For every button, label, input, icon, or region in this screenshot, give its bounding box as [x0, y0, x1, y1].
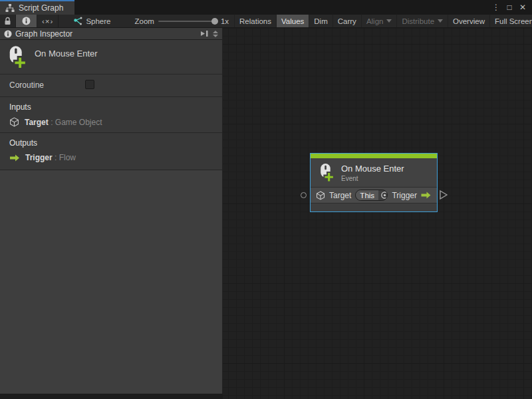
node-footer: [311, 203, 437, 211]
coroutine-checkbox[interactable]: [85, 80, 94, 89]
output-port-row: Trigger : Flow: [9, 153, 222, 162]
panel-bottom-edge: [0, 394, 223, 399]
inputs-section: Inputs Target : Game Object: [0, 97, 222, 133]
arrow-up-icon: [213, 31, 218, 33]
panel-scrubber[interactable]: [213, 31, 218, 37]
graph-object-group[interactable]: Sphere: [59, 15, 117, 27]
inspector-toggle-button[interactable]: [16, 15, 37, 27]
mouse-event-icon: [317, 163, 335, 182]
zoom-value: 1x: [221, 17, 229, 25]
graph-canvas[interactable]: On Mouse Enter Event Target This: [223, 28, 532, 399]
cube-icon: [9, 117, 19, 127]
values-button[interactable]: Values: [277, 15, 309, 27]
inspector-empty-area: [0, 170, 222, 394]
input-port-name: Target: [25, 118, 49, 127]
outputs-header: Outputs: [9, 138, 222, 148]
zoom-control: Zoom 1x: [117, 15, 234, 27]
input-port-row: Target : Game Object: [9, 117, 222, 127]
code-view-button[interactable]: ‹×›: [37, 15, 59, 27]
lock-icon: [4, 17, 11, 25]
unit-title-section: On Mouse Enter: [0, 40, 222, 74]
node-trigger-label: Trigger: [392, 191, 417, 200]
script-graph-icon: [5, 4, 15, 12]
zoom-slider[interactable]: [158, 21, 217, 22]
node-header: On Mouse Enter Event: [311, 158, 437, 188]
graph-node-icon: [73, 17, 82, 25]
script-graph-window: Script Graph ⋮ □ ✕: [0, 0, 532, 399]
window-menu-icon[interactable]: ⋮: [491, 2, 501, 13]
zoom-slider-handle[interactable]: [211, 18, 218, 25]
overview-button[interactable]: Overview: [448, 15, 490, 27]
node-input-port[interactable]: [301, 192, 307, 198]
zoom-label: Zoom: [134, 17, 154, 25]
left-column: Graph Inspector: [0, 28, 223, 399]
dim-button[interactable]: Dim: [309, 15, 332, 27]
info-icon: [4, 30, 12, 38]
cube-icon: [316, 191, 325, 200]
arrow-down-icon: [213, 35, 218, 37]
tab-title: Script Graph: [19, 3, 63, 13]
output-port-type: : Flow: [55, 153, 76, 162]
object-picker-icon[interactable]: [378, 190, 388, 200]
info-icon: [22, 17, 31, 25]
inspector-header: Graph Inspector: [0, 28, 222, 40]
maximize-icon[interactable]: □: [504, 2, 515, 13]
tab-script-graph[interactable]: Script Graph: [0, 0, 74, 15]
outputs-section: Outputs Trigger : Flow: [0, 133, 222, 170]
chevron-down-icon: [386, 19, 392, 23]
inputs-header: Inputs: [9, 102, 222, 112]
node-subtitle: Event: [341, 175, 404, 182]
distribute-dropdown[interactable]: Distribute: [397, 15, 448, 27]
carry-button[interactable]: Carry: [333, 15, 362, 27]
align-label: Align: [366, 17, 384, 25]
flow-arrow-icon: [9, 154, 20, 162]
input-port-type: : Game Object: [51, 118, 102, 127]
window-controls: ⋮ □ ✕: [491, 0, 532, 15]
graph-toolbar: ‹×› Sphere Zoom 1x Relations Values: [0, 15, 532, 28]
node-target-label: Target: [329, 191, 351, 200]
node-ports-row: Target This Trigger: [311, 188, 437, 203]
node-event-accent-bar: [311, 154, 437, 158]
mouse-event-icon: [5, 45, 28, 69]
dock-panel-icon[interactable]: [200, 30, 209, 37]
coroutine-row: Coroutine: [0, 74, 222, 97]
on-mouse-enter-node[interactable]: On Mouse Enter Event Target This: [310, 153, 438, 212]
toolbar-toggle-group: Relations Values Dim Carry Align Distrib…: [234, 15, 532, 27]
tab-bar: Script Graph ⋮ □ ✕: [0, 0, 532, 15]
target-value-field[interactable]: This: [355, 190, 388, 201]
distribute-label: Distribute: [402, 17, 434, 25]
relations-button[interactable]: Relations: [234, 15, 277, 27]
graph-object-label: Sphere: [86, 17, 110, 25]
chevron-down-icon: [438, 19, 443, 23]
output-port-name: Trigger: [25, 153, 53, 162]
lock-button[interactable]: [0, 15, 16, 27]
close-icon[interactable]: ✕: [517, 2, 528, 13]
flow-arrow-icon: [420, 191, 432, 200]
align-dropdown[interactable]: Align: [362, 15, 398, 27]
graph-inspector-panel: Graph Inspector: [0, 28, 223, 394]
node-title: On Mouse Enter: [341, 164, 404, 174]
unit-title: On Mouse Enter: [35, 49, 98, 59]
full-screen-button[interactable]: Full Screen: [490, 15, 532, 27]
coroutine-label: Coroutine: [9, 80, 44, 90]
inspector-title: Graph Inspector: [15, 29, 72, 39]
content-area: Graph Inspector: [0, 28, 532, 399]
node-output-port[interactable]: [439, 190, 448, 200]
target-value: This: [356, 190, 378, 200]
code-icon: ‹×›: [42, 17, 53, 25]
